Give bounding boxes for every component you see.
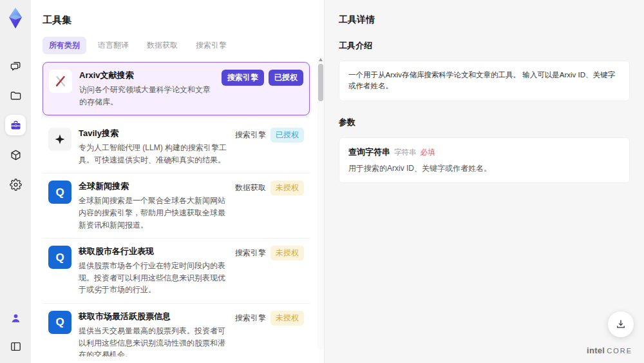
tool-tags: 搜索引擎已授权: [235, 128, 304, 142]
tab-3[interactable]: 数据获取: [140, 37, 184, 54]
tool-name: 获取股市各行业表现: [79, 246, 231, 257]
intro-card: 一个用于从Arxiv存储库搜索科学论文和文章的工具。 输入可以是Arxiv ID…: [339, 61, 630, 101]
tool-name: 获取市场最活跃股票信息: [79, 311, 231, 322]
tab-1[interactable]: 所有类别: [43, 37, 86, 54]
params-heading: 参数: [339, 117, 630, 128]
tool-list-item[interactable]: Q获取市场最活跃股票信息提供当天交易量最高的股票列表。投资者可以利用这些信息来识…: [43, 304, 310, 357]
intel-logo-text: intel: [587, 346, 605, 355]
param-name: 查询字符串: [348, 146, 390, 158]
intro-heading: 工具介绍: [339, 40, 630, 52]
auth-badge: 未授权: [270, 181, 304, 195]
param-head: 查询字符串 字符串 必填: [348, 146, 620, 158]
tool-tags: 搜索引擎未授权: [235, 311, 304, 326]
gear-icon[interactable]: [5, 174, 26, 195]
auth-badge: 未授权: [270, 246, 304, 260]
list-scrollbar[interactable]: [317, 56, 324, 351]
category-badge: 搜索引擎: [222, 70, 264, 86]
auth-badge: 已授权: [269, 70, 303, 86]
app-window: 工具集 所有类别语言翻译数据获取搜索引擎 Arxiv文献搜索访问各个研究领域大量…: [0, 0, 644, 363]
toolbox-icon[interactable]: [5, 115, 26, 135]
arxiv-icon: [49, 70, 72, 93]
tool-description: 提供股票市场各个行业在特定时间段内的表现。投资者可以利用这些信息来识别表现优于或…: [79, 260, 231, 296]
tool-details-panel: 工具详情 工具介绍 一个用于从Arxiv存储库搜索科学论文和文章的工具。 输入可…: [324, 0, 644, 363]
page-title: 工具集: [43, 14, 320, 26]
category-tabs: 所有类别语言翻译数据获取搜索引擎: [43, 37, 320, 54]
tool-name: 全球新闻搜索: [79, 181, 231, 192]
sidebar: [0, 0, 31, 363]
category-label: 搜索引擎: [235, 130, 266, 141]
intro-text: 一个用于从Arxiv存储库搜索科学论文和文章的工具。 输入可以是Arxiv ID…: [348, 71, 615, 90]
tool-info: Arxiv文献搜索访问各个研究领域大量科学论文和文章的存储库。: [79, 70, 218, 108]
app-logo: [5, 5, 26, 31]
tab-4[interactable]: 搜索引擎: [189, 37, 233, 54]
param-type: 字符串: [394, 148, 417, 157]
tool-info: 获取市场最活跃股票信息提供当天交易量最高的股票列表。投资者可以利用这些信息来识别…: [79, 311, 231, 357]
tool-list-item[interactable]: Q全球新闻搜索全球新闻搜索是一个聚合全球各大新闻网站内容的搜索引擎，帮助用户快速…: [43, 173, 310, 239]
tool-list-panel: 工具集 所有类别语言翻译数据获取搜索引擎 Arxiv文献搜索访问各个研究领域大量…: [31, 0, 324, 363]
param-required-badge: 必填: [421, 148, 435, 157]
tool-description: 访问各个研究领域大量科学论文和文章的存储库。: [79, 84, 218, 108]
download-icon: [615, 319, 627, 330]
tool-list-item[interactable]: Arxiv文献搜索访问各个研究领域大量科学论文和文章的存储库。搜索引擎已授权: [43, 62, 310, 115]
tool-info: Tavily搜索专为人工智能代理 (LLM) 构建的搜索引擎工具。可快速提供实时…: [79, 128, 231, 166]
download-button[interactable]: [608, 311, 634, 337]
tool-description: 全球新闻搜索是一个聚合全球各大新闻网站内容的搜索引擎，帮助用户快速获取全球最新资…: [79, 195, 231, 231]
chat-icon[interactable]: [5, 55, 26, 76]
tab-2[interactable]: 语言翻译: [91, 37, 135, 54]
details-title: 工具详情: [339, 14, 630, 26]
star-icon: [48, 128, 71, 151]
scrollbar-up-arrow[interactable]: [319, 58, 323, 61]
tool-name: Arxiv文献搜索: [79, 70, 218, 81]
tool-list: Arxiv文献搜索访问各个研究领域大量科学论文和文章的存储库。搜索引擎已授权Ta…: [43, 62, 320, 357]
category-label: 搜索引擎: [235, 248, 266, 259]
collapse-panel-icon[interactable]: [5, 336, 26, 357]
q-icon: Q: [48, 311, 71, 334]
q-icon: Q: [48, 181, 71, 204]
category-label: 搜索引擎: [235, 313, 266, 324]
q-icon: Q: [48, 246, 71, 269]
tool-list-item[interactable]: Q获取股市各行业表现提供股票市场各个行业在特定时间段内的表现。投资者可以利用这些…: [43, 239, 310, 304]
param-card: 查询字符串 字符串 必填 用于搜索的Arxiv ID、关键字或作者姓名。: [339, 137, 630, 183]
intel-core-logo: intel CORE: [587, 346, 632, 355]
cube-icon[interactable]: [5, 144, 26, 165]
category-label: 数据获取: [235, 182, 266, 193]
tool-name: Tavily搜索: [79, 128, 231, 139]
tool-tags: 搜索引擎未授权: [235, 246, 304, 260]
auth-badge: 已授权: [270, 128, 304, 142]
tool-tags: 数据获取未授权: [235, 181, 304, 195]
folder-icon[interactable]: [5, 85, 26, 106]
auth-badge: 未授权: [270, 311, 304, 326]
scrollbar-thumb[interactable]: [318, 64, 323, 101]
tool-tags: 搜索引擎已授权: [222, 70, 303, 86]
tool-info: 全球新闻搜索全球新闻搜索是一个聚合全球各大新闻网站内容的搜索引擎，帮助用户快速获…: [79, 181, 231, 231]
tool-description: 提供当天交易量最高的股票列表。投资者可以利用这些信息来识别流动性强的股票和潜在的…: [79, 325, 231, 357]
sidebar-bottom: [5, 308, 26, 357]
tool-description: 专为人工智能代理 (LLM) 构建的搜索引擎工具。可快速提供实时、准确和真实的结…: [79, 142, 231, 166]
tool-info: 获取股市各行业表现提供股票市场各个行业在特定时间段内的表现。投资者可以利用这些信…: [79, 246, 231, 296]
core-logo-text: CORE: [607, 347, 632, 355]
param-description: 用于搜索的Arxiv ID、关键字或作者姓名。: [348, 163, 620, 174]
sidebar-nav: [5, 55, 26, 195]
tool-list-item[interactable]: Tavily搜索专为人工智能代理 (LLM) 构建的搜索引擎工具。可快速提供实时…: [43, 121, 310, 173]
user-avatar-icon[interactable]: [5, 308, 26, 328]
